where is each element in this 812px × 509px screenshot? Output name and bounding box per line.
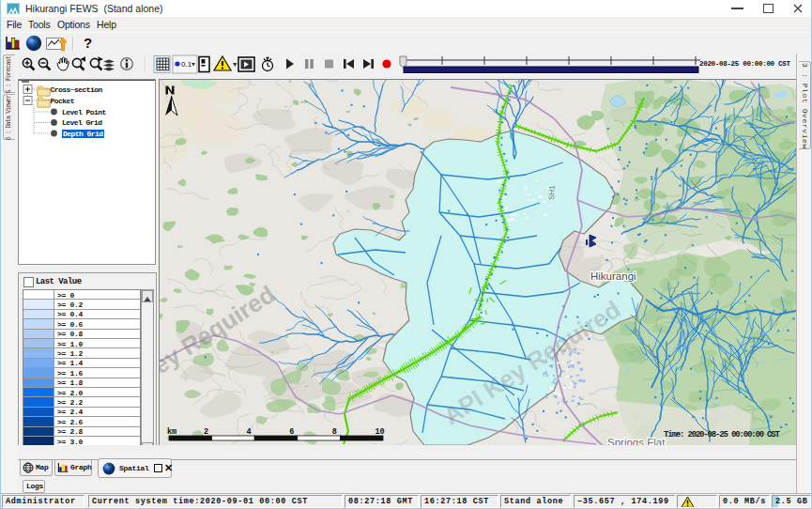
svg-text:8: 8 xyxy=(332,427,337,437)
svg-text:Time: 2020-08-25 00:00:00 CST: Time: 2020-08-25 00:00:00 CST xyxy=(664,430,781,440)
svg-text:6: 6 xyxy=(289,427,294,437)
svg-text:0.1: 0.1 xyxy=(181,60,192,69)
svg-text:SH1: SH1 xyxy=(547,185,557,201)
svg-text:Hikurangi: Hikurangi xyxy=(590,270,636,282)
svg-text:10: 10 xyxy=(375,427,384,437)
svg-text:2: 2 xyxy=(204,427,208,437)
svg-text:4: 4 xyxy=(247,427,252,437)
svg-text:Springs Flat: Springs Flat xyxy=(607,437,666,445)
svg-text:km: km xyxy=(167,427,176,437)
